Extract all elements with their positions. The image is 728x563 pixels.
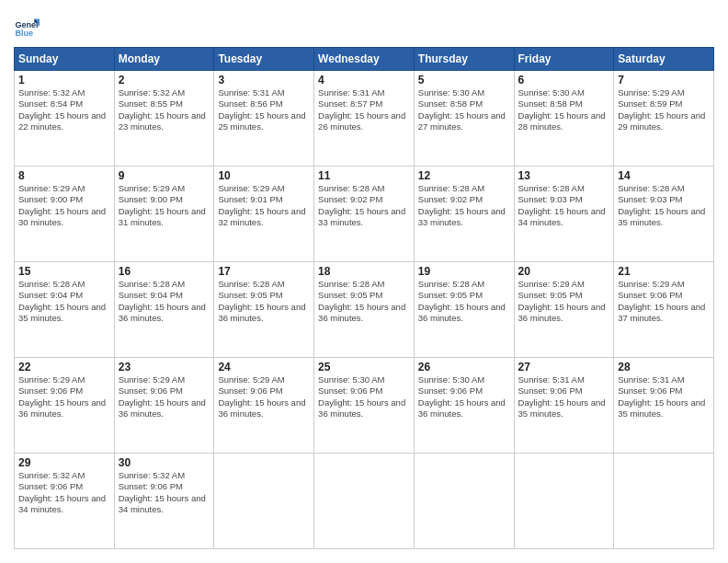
day-cell: 22Sunrise: 5:29 AMSunset: 9:06 PMDayligh…: [15, 358, 115, 454]
day-info: Sunrise: 5:28 AMSunset: 9:05 PMDaylight:…: [218, 279, 310, 324]
day-info: Sunrise: 5:32 AMSunset: 8:54 PMDaylight:…: [18, 87, 110, 132]
day-info: Sunrise: 5:31 AMSunset: 9:06 PMDaylight:…: [618, 374, 710, 419]
day-number: 16: [119, 265, 210, 278]
day-info: Sunrise: 5:30 AMSunset: 9:06 PMDaylight:…: [418, 374, 510, 419]
header: General Blue: [14, 14, 714, 40]
week-row-1: 1Sunrise: 5:32 AMSunset: 8:54 PMDaylight…: [15, 71, 714, 167]
day-info: Sunrise: 5:29 AMSunset: 9:06 PMDaylight:…: [618, 279, 710, 324]
day-number: 27: [518, 361, 610, 373]
day-cell: 25Sunrise: 5:30 AMSunset: 9:06 PMDayligh…: [314, 358, 415, 454]
day-info: Sunrise: 5:30 AMSunset: 9:06 PMDaylight:…: [318, 374, 410, 419]
svg-text:Blue: Blue: [15, 29, 33, 38]
day-number: 4: [318, 74, 410, 86]
day-number: 10: [218, 169, 310, 182]
logo-icon: General Blue: [14, 14, 40, 40]
day-cell: 3Sunrise: 5:31 AMSunset: 8:56 PMDaylight…: [214, 71, 314, 167]
day-cell: 20Sunrise: 5:29 AMSunset: 9:05 PMDayligh…: [514, 262, 614, 358]
day-cell: 7Sunrise: 5:29 AMSunset: 8:59 PMDaylight…: [614, 71, 714, 167]
day-cell: 8Sunrise: 5:29 AMSunset: 9:00 PMDaylight…: [15, 167, 115, 262]
day-info: Sunrise: 5:28 AMSunset: 9:03 PMDaylight:…: [618, 183, 710, 228]
day-cell: 18Sunrise: 5:28 AMSunset: 9:05 PMDayligh…: [314, 262, 415, 358]
week-row-3: 15Sunrise: 5:28 AMSunset: 9:04 PMDayligh…: [15, 262, 714, 358]
day-info: Sunrise: 5:28 AMSunset: 9:04 PMDaylight:…: [18, 279, 110, 324]
day-info: Sunrise: 5:29 AMSunset: 9:01 PMDaylight:…: [218, 183, 310, 228]
day-info: Sunrise: 5:29 AMSunset: 9:05 PMDaylight:…: [518, 279, 610, 324]
day-number: 29: [18, 456, 110, 469]
day-cell: [214, 454, 314, 549]
day-cell: 10Sunrise: 5:29 AMSunset: 9:01 PMDayligh…: [214, 167, 314, 262]
day-info: Sunrise: 5:29 AMSunset: 8:59 PMDaylight:…: [618, 87, 710, 132]
day-cell: [414, 454, 514, 549]
day-number: 23: [119, 361, 210, 373]
day-info: Sunrise: 5:28 AMSunset: 9:03 PMDaylight:…: [518, 183, 610, 228]
day-number: 15: [18, 265, 110, 278]
day-info: Sunrise: 5:28 AMSunset: 9:05 PMDaylight:…: [418, 279, 510, 324]
day-info: Sunrise: 5:31 AMSunset: 8:56 PMDaylight:…: [218, 87, 310, 132]
day-cell: 23Sunrise: 5:29 AMSunset: 9:06 PMDayligh…: [114, 358, 214, 454]
day-cell: 5Sunrise: 5:30 AMSunset: 8:58 PMDaylight…: [414, 71, 514, 167]
day-cell: 11Sunrise: 5:28 AMSunset: 9:02 PMDayligh…: [314, 167, 415, 262]
day-number: 28: [618, 361, 710, 373]
day-number: 6: [518, 74, 610, 86]
day-number: 11: [318, 169, 410, 182]
day-cell: 12Sunrise: 5:28 AMSunset: 9:02 PMDayligh…: [414, 167, 514, 262]
day-number: 7: [618, 74, 710, 86]
day-number: 3: [218, 74, 310, 86]
day-cell: 16Sunrise: 5:28 AMSunset: 9:04 PMDayligh…: [114, 262, 214, 358]
day-cell: [614, 454, 714, 549]
day-cell: [514, 454, 614, 549]
day-info: Sunrise: 5:29 AMSunset: 9:06 PMDaylight:…: [119, 374, 210, 419]
day-cell: 24Sunrise: 5:29 AMSunset: 9:06 PMDayligh…: [214, 358, 314, 454]
day-number: 13: [518, 169, 610, 182]
day-info: Sunrise: 5:29 AMSunset: 9:06 PMDaylight:…: [218, 374, 310, 419]
col-header-wednesday: Wednesday: [314, 48, 415, 71]
day-number: 8: [18, 169, 110, 182]
day-cell: 17Sunrise: 5:28 AMSunset: 9:05 PMDayligh…: [214, 262, 314, 358]
day-cell: 14Sunrise: 5:28 AMSunset: 9:03 PMDayligh…: [614, 167, 714, 262]
day-cell: 9Sunrise: 5:29 AMSunset: 9:00 PMDaylight…: [114, 167, 214, 262]
day-cell: 1Sunrise: 5:32 AMSunset: 8:54 PMDaylight…: [15, 71, 115, 167]
day-info: Sunrise: 5:30 AMSunset: 8:58 PMDaylight:…: [418, 87, 510, 132]
day-cell: 28Sunrise: 5:31 AMSunset: 9:06 PMDayligh…: [614, 358, 714, 454]
calendar-table: SundayMondayTuesdayWednesdayThursdayFrid…: [14, 47, 714, 549]
day-number: 19: [418, 265, 510, 278]
day-info: Sunrise: 5:31 AMSunset: 9:06 PMDaylight:…: [518, 374, 610, 419]
day-info: Sunrise: 5:29 AMSunset: 9:00 PMDaylight:…: [119, 183, 210, 228]
logo: General Blue: [14, 14, 40, 40]
day-info: Sunrise: 5:29 AMSunset: 9:00 PMDaylight:…: [18, 183, 110, 228]
day-number: 14: [618, 169, 710, 182]
day-cell: 29Sunrise: 5:32 AMSunset: 9:06 PMDayligh…: [15, 454, 115, 549]
day-cell: 30Sunrise: 5:32 AMSunset: 9:06 PMDayligh…: [114, 454, 214, 549]
day-info: Sunrise: 5:29 AMSunset: 9:06 PMDaylight:…: [18, 374, 110, 419]
day-info: Sunrise: 5:30 AMSunset: 8:58 PMDaylight:…: [518, 87, 610, 132]
day-number: 12: [418, 169, 510, 182]
day-cell: [314, 454, 415, 549]
day-info: Sunrise: 5:28 AMSunset: 9:02 PMDaylight:…: [318, 183, 410, 228]
col-header-friday: Friday: [514, 48, 614, 71]
col-header-thursday: Thursday: [414, 48, 514, 71]
day-cell: 13Sunrise: 5:28 AMSunset: 9:03 PMDayligh…: [514, 167, 614, 262]
day-number: 20: [518, 265, 610, 278]
day-info: Sunrise: 5:32 AMSunset: 9:06 PMDaylight:…: [119, 470, 210, 515]
week-row-2: 8Sunrise: 5:29 AMSunset: 9:00 PMDaylight…: [15, 167, 714, 262]
day-info: Sunrise: 5:31 AMSunset: 8:57 PMDaylight:…: [318, 87, 410, 132]
day-cell: 19Sunrise: 5:28 AMSunset: 9:05 PMDayligh…: [414, 262, 514, 358]
day-cell: 6Sunrise: 5:30 AMSunset: 8:58 PMDaylight…: [514, 71, 614, 167]
week-row-5: 29Sunrise: 5:32 AMSunset: 9:06 PMDayligh…: [15, 454, 714, 549]
col-header-sunday: Sunday: [15, 48, 115, 71]
day-cell: 21Sunrise: 5:29 AMSunset: 9:06 PMDayligh…: [614, 262, 714, 358]
day-number: 17: [218, 265, 310, 278]
page: General Blue SundayMondayTuesdayWednesda…: [0, 0, 728, 563]
day-number: 1: [18, 74, 110, 86]
day-number: 24: [218, 361, 310, 373]
day-number: 22: [18, 361, 110, 373]
day-cell: 15Sunrise: 5:28 AMSunset: 9:04 PMDayligh…: [15, 262, 115, 358]
day-number: 30: [119, 456, 210, 469]
week-row-4: 22Sunrise: 5:29 AMSunset: 9:06 PMDayligh…: [15, 358, 714, 454]
col-header-saturday: Saturday: [614, 48, 714, 71]
day-number: 9: [119, 169, 210, 182]
day-cell: 2Sunrise: 5:32 AMSunset: 8:55 PMDaylight…: [114, 71, 214, 167]
day-info: Sunrise: 5:28 AMSunset: 9:05 PMDaylight:…: [318, 279, 410, 324]
day-cell: 27Sunrise: 5:31 AMSunset: 9:06 PMDayligh…: [514, 358, 614, 454]
day-number: 18: [318, 265, 410, 278]
